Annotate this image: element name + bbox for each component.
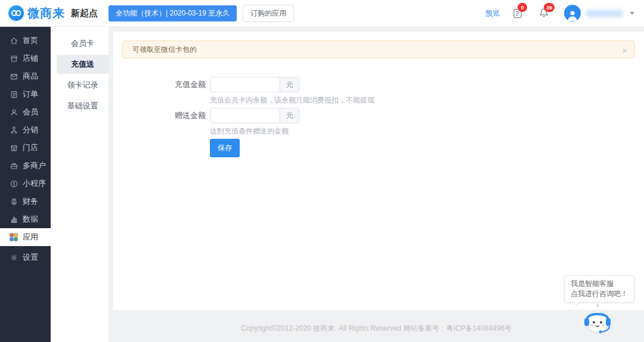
chat-tooltip[interactable]: 我是智能客服 点我进行咨询吧！ xyxy=(564,275,634,303)
notice-text: 可领取至微信卡包的 xyxy=(132,45,197,55)
member-icon xyxy=(9,107,18,117)
submenu-item-member-card[interactable]: 会员卡 xyxy=(57,34,109,53)
recharge-amount-input-group: 元 xyxy=(210,77,299,92)
submenu-item-card-records[interactable]: 领卡记录 xyxy=(57,76,109,95)
sidebar-item-data[interactable]: 数据 xyxy=(0,210,51,228)
sidebar-item-multi-merchant[interactable]: 多商户 xyxy=(0,157,51,175)
notification-count-badge: 39 xyxy=(544,3,555,12)
user-avatar[interactable] xyxy=(564,5,581,21)
recharge-help-text: 充值会员卡内余额，该余额只能消费抵扣，不能提现 xyxy=(210,95,374,105)
recharge-unit-suffix: 元 xyxy=(280,77,299,92)
gift-amount-input[interactable] xyxy=(210,108,280,123)
store-icon xyxy=(9,143,18,153)
chat-tooltip-line1: 我是智能客服 xyxy=(571,279,628,289)
orders-icon xyxy=(9,89,18,99)
multi-merchant-icon xyxy=(9,161,18,170)
chat-tooltip-line2: 点我进行咨询吧！ xyxy=(571,289,628,299)
sidebar-item-orders[interactable]: 订单 xyxy=(0,85,51,103)
sidebar-item-members[interactable]: 会员 xyxy=(0,103,51,121)
sidebar-item-shop[interactable]: 店铺 xyxy=(0,49,51,67)
content-panel: 可领取至微信卡包的 × 充值金额 元 充值会员卡内余额，该余额只能消费抵扣，不能… xyxy=(113,32,644,310)
submenu-item-recharge-gift[interactable]: 充值送 xyxy=(57,55,109,74)
sidebar-item-finance[interactable]: 财务 xyxy=(0,192,51,210)
order-count-badge: 0 xyxy=(518,3,527,12)
sidebar-item-miniprogram[interactable]: 小程序 xyxy=(0,175,51,192)
plan-badge[interactable]: 全功能（技术）| 2020-03-19 至永久 xyxy=(109,5,237,21)
gift-amount-label: 赠送金额 xyxy=(113,108,206,123)
apps-icon xyxy=(9,232,18,242)
notice-banner: 可领取至微信卡包的 × xyxy=(122,41,635,58)
top-header: 微商来 新起点 全功能（技术）| 2020-03-19 至永久 订购的应用 预览… xyxy=(0,0,644,27)
sidebar-item-goods[interactable]: 商品 xyxy=(0,67,51,85)
recharge-amount-label: 充值金额 xyxy=(113,77,206,92)
goods-icon xyxy=(9,71,18,81)
sidebar-item-home[interactable]: 首页 xyxy=(0,32,51,49)
brand-logo-icon[interactable] xyxy=(8,5,24,21)
app-window: 微商来 新起点 全功能（技术）| 2020-03-19 至永久 订购的应用 预览… xyxy=(0,0,644,342)
sidebar-item-apps[interactable]: 应用 xyxy=(0,228,51,246)
main-area: 可领取至微信卡包的 × 充值金额 元 充值会员卡内余额，该余额只能消费抵扣，不能… xyxy=(109,27,644,342)
order-list-icon[interactable]: 0 xyxy=(512,7,524,19)
submenu-item-basic-settings[interactable]: 基础设置 xyxy=(57,97,109,116)
gift-unit-suffix: 元 xyxy=(280,108,299,123)
shop-icon xyxy=(9,54,18,63)
customer-service-icon[interactable] xyxy=(582,304,613,337)
brand-name: 微商来 xyxy=(27,5,65,21)
chevron-down-icon[interactable] xyxy=(630,12,634,15)
notification-bell-icon[interactable]: 39 xyxy=(538,7,550,19)
sidebar-item-stores[interactable]: 门店 xyxy=(0,139,51,157)
miniprogram-icon xyxy=(9,179,18,188)
preview-link[interactable]: 预览 xyxy=(485,8,500,18)
username-redacted xyxy=(586,10,624,17)
gift-amount-input-group: 元 xyxy=(210,108,299,123)
finance-icon xyxy=(9,197,18,206)
close-icon[interactable]: × xyxy=(622,41,627,59)
ordered-apps-button[interactable]: 订购的应用 xyxy=(243,5,294,22)
sidebar-item-distribution[interactable]: 分销 xyxy=(0,121,51,139)
settings-gear-icon xyxy=(9,253,18,262)
home-icon xyxy=(9,36,18,45)
workspace-name: 新起点 xyxy=(71,8,98,19)
sidebar-item-settings[interactable]: 设置 xyxy=(0,248,51,266)
gift-help-text: 达到充值条件赠送的金额 xyxy=(210,126,289,136)
main-sidebar: 首页 店铺 商品 订单 会员 分销 门店 多商户 xyxy=(0,27,51,342)
secondary-sidebar: 会员卡 充值送 领卡记录 基础设置 xyxy=(51,27,109,342)
data-icon xyxy=(9,214,18,224)
save-button[interactable]: 保存 xyxy=(210,139,240,157)
distribution-icon xyxy=(9,125,18,135)
footer-copyright: Copyright©2012-2020 微商来. All Rights Rese… xyxy=(109,324,644,334)
recharge-amount-input[interactable] xyxy=(210,77,280,92)
